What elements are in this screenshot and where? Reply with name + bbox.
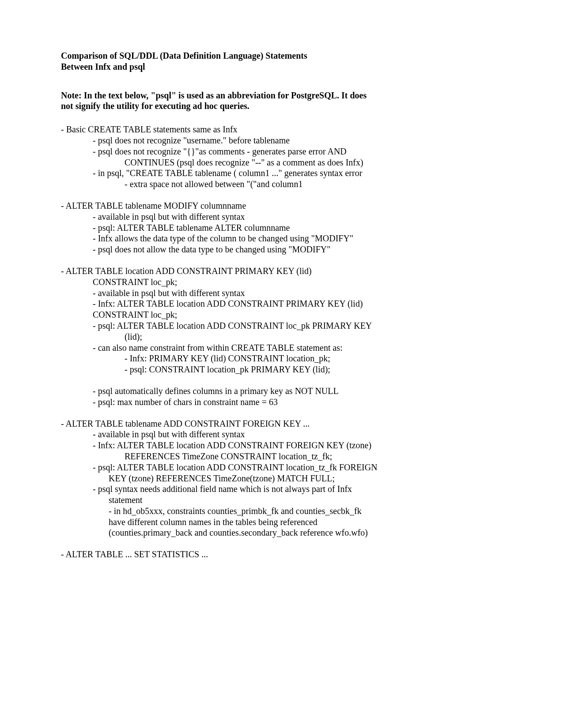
text-line: - psql: CONSTRAINT location_pk PRIMARY K… <box>61 364 502 375</box>
text-line: - in psql, "CREATE TABLE tablename ( col… <box>61 168 502 179</box>
text-line: KEY (tzone) REFERENCES TimeZone(tzone) M… <box>61 473 502 484</box>
text-line: - Infx: ALTER TABLE location ADD CONSTRA… <box>61 298 502 309</box>
text-line: - psql: max number of chars in constrain… <box>61 397 502 408</box>
text-line: - psql syntax needs additional field nam… <box>61 484 502 495</box>
spacer <box>61 375 502 386</box>
text-line: (lid); <box>61 331 502 342</box>
text-line: - available in psql but with different s… <box>61 211 502 222</box>
section-heading: - Basic CREATE TABLE statements same as … <box>61 124 502 135</box>
text-line: (counties.primary_back and counties.seco… <box>61 527 502 538</box>
note-line2: not signify the utility for executing ad… <box>61 101 502 112</box>
section-heading: - ALTER TABLE tablename ADD CONSTRAINT F… <box>61 418 502 429</box>
section-heading-cont: CONSTRAINT loc_pk; <box>61 277 502 288</box>
text-line: - psql automatically defines columns in … <box>61 386 502 397</box>
text-line: - psql: ALTER TABLE location ADD CONSTRA… <box>61 320 502 331</box>
content-sections: - Basic CREATE TABLE statements same as … <box>61 124 502 560</box>
text-line: - psql: ALTER TABLE tablename ALTER colu… <box>61 222 502 233</box>
text-line: CONTINUES (psql does recognize "--" as a… <box>61 157 502 168</box>
text-line: - in hd_ob5xxx, constraints counties_pri… <box>61 506 502 517</box>
text-line: - extra space not allowed between "("and… <box>61 179 502 190</box>
text-line: have different column names in the table… <box>61 517 502 528</box>
section: - ALTER TABLE tablename MODIFY columnnam… <box>61 200 502 255</box>
text-line: - psql does not recognize "{}"as comment… <box>61 146 502 157</box>
text-line: CONSTRAINT loc_pk; <box>61 309 502 320</box>
text-line: - psql: ALTER TABLE location ADD CONSTRA… <box>61 462 502 473</box>
section: - Basic CREATE TABLE statements same as … <box>61 124 502 190</box>
text-line: - Infx: PRIMARY KEY (lid) CONSTRAINT loc… <box>61 353 502 364</box>
text-line: - Infx allows the data type of the colum… <box>61 233 502 244</box>
text-line: - psql does not allow the data type to b… <box>61 244 502 255</box>
text-line: - available in psql but with different s… <box>61 429 502 440</box>
text-line: - can also name constraint from within C… <box>61 342 502 353</box>
text-line: - Infx: ALTER TABLE location ADD CONSTRA… <box>61 440 502 451</box>
page-title: Comparison of SQL/DDL (Data Definition L… <box>61 50 502 72</box>
section-heading: - ALTER TABLE location ADD CONSTRAINT PR… <box>61 266 502 277</box>
text-line: - psql does not recognize "username." be… <box>61 135 502 146</box>
text-line: statement <box>61 495 502 506</box>
note-line1: Note: In the text below, "psql" is used … <box>61 90 502 101</box>
text-line: - available in psql but with different s… <box>61 288 502 299</box>
section: - ALTER TABLE location ADD CONSTRAINT PR… <box>61 266 502 408</box>
document-page: Comparison of SQL/DDL (Data Definition L… <box>0 0 563 615</box>
section: - ALTER TABLE ... SET STATISTICS ... <box>61 549 502 560</box>
section-heading: - ALTER TABLE tablename MODIFY columnnam… <box>61 200 502 211</box>
section: - ALTER TABLE tablename ADD CONSTRAINT F… <box>61 418 502 539</box>
text-line: REFERENCES TimeZone CONSTRAINT location_… <box>61 451 502 462</box>
note-block: Note: In the text below, "psql" is used … <box>61 90 502 112</box>
title-line2: Between Infx and psql <box>61 61 502 72</box>
title-line1: Comparison of SQL/DDL (Data Definition L… <box>61 50 502 61</box>
section-heading: - ALTER TABLE ... SET STATISTICS ... <box>61 549 502 560</box>
